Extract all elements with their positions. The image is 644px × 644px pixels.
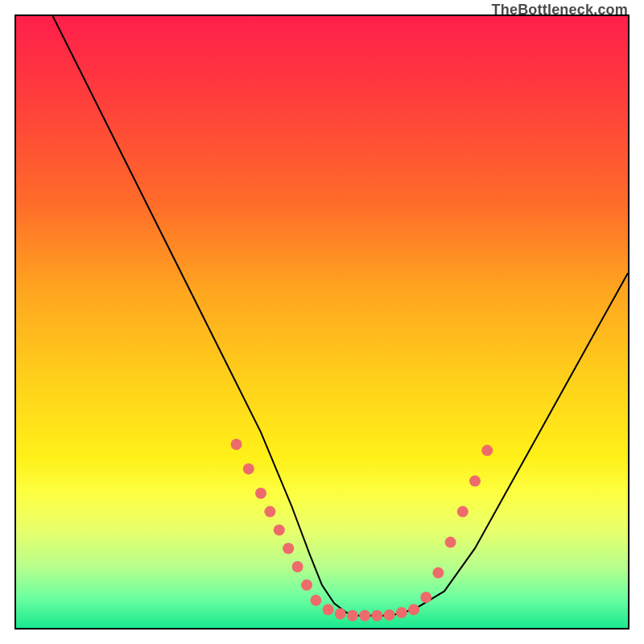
marker-dot (469, 476, 481, 487)
chart-frame: TheBottleneck.com (14, 14, 630, 630)
marker-dot (335, 609, 346, 620)
marker-dot (323, 604, 334, 615)
chart-svg (16, 16, 628, 628)
marker-dot (264, 506, 275, 518)
marker-dot (243, 463, 254, 474)
marker-dot (432, 568, 444, 579)
marker-dot (292, 561, 303, 572)
marker-dot (420, 592, 431, 603)
marker-dot (231, 439, 242, 450)
marker-dot (384, 609, 395, 621)
marker-dot (371, 610, 382, 621)
marker-dot (457, 506, 469, 518)
marker-dot (283, 543, 294, 554)
marker-dot (396, 607, 407, 618)
marker-dot (347, 610, 358, 621)
marker-dot (310, 595, 321, 606)
marker-group (231, 439, 493, 621)
marker-dot (445, 537, 456, 548)
marker-dot (481, 445, 493, 456)
marker-dot (359, 610, 370, 621)
marker-dot (408, 604, 419, 615)
marker-dot (274, 524, 285, 535)
marker-dot (301, 580, 312, 591)
marker-dot (255, 488, 266, 499)
bottleneck-curve (53, 16, 628, 616)
